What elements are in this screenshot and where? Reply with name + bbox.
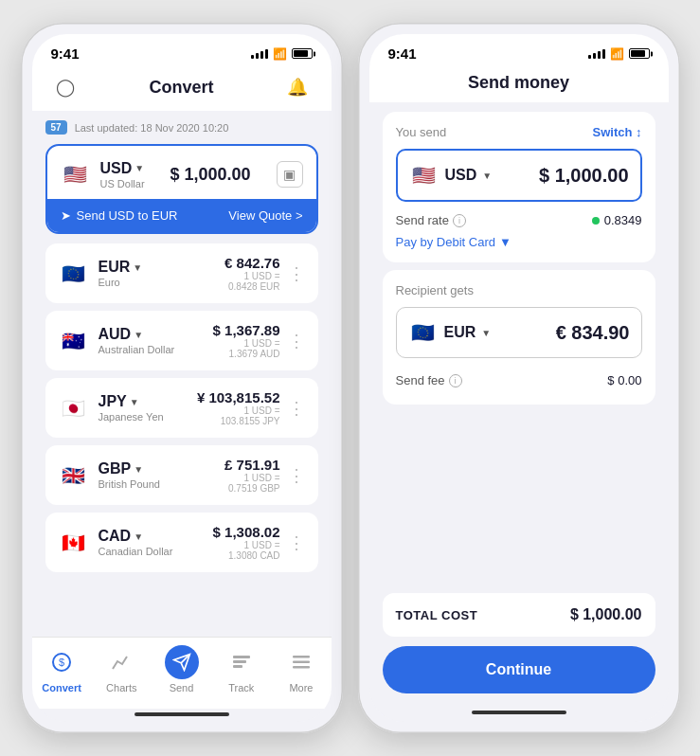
jpy-amount-col: ¥ 103,815.52 1 USD =103.8155 JPY — [197, 389, 280, 426]
update-badge: 57 — [45, 120, 67, 135]
list-item-aud[interactable]: 🇦🇺 AUD ▼ Australian Dollar $ 1,367.89 — [45, 311, 318, 370]
signal-icon-right — [588, 49, 605, 59]
cad-flag: 🇨🇦 — [59, 528, 89, 558]
send-rate-value: 0.8349 — [592, 213, 642, 227]
eur-code-recipient: EUR — [444, 324, 476, 341]
charts-icon-wrap — [104, 645, 138, 679]
last-updated-bar: 57 Last updated: 18 Nov 2020 10:20 — [45, 120, 318, 135]
svg-rect-6 — [293, 661, 310, 664]
page-title-left: Convert — [149, 78, 213, 98]
page-title-right: Send money — [468, 73, 569, 93]
gbp-more-icon[interactable]: ⋮ — [288, 467, 305, 484]
svg-rect-3 — [233, 660, 246, 663]
view-quote-button[interactable]: View Quote > — [228, 208, 302, 223]
status-icons-left: 📶 — [251, 47, 313, 61]
currency-left-usd: 🇺🇸 USD ▼ US Dollar — [61, 159, 145, 189]
eur-arrow[interactable]: ▼ — [133, 262, 142, 273]
you-send-input-row[interactable]: 🇺🇸 USD ▼ $ 1,000.00 — [396, 149, 642, 202]
recipient-input-row[interactable]: 🇪🇺 EUR ▼ € 834.90 — [396, 307, 642, 358]
convert-icon-wrap: $ — [45, 645, 79, 679]
green-dot-icon — [592, 217, 600, 225]
switch-button[interactable]: Switch ↕ — [592, 125, 641, 139]
more-icon — [291, 652, 312, 673]
eur-right: € 842.76 1 USD =0.8428 EUR ⋮ — [224, 255, 304, 292]
switch-label: Switch ↕ — [592, 125, 641, 139]
person-icon[interactable]: ◯ — [51, 73, 80, 101]
tab-track[interactable]: Track — [211, 645, 271, 693]
eur-flag: 🇪🇺 — [59, 259, 89, 289]
nav-header-right: Send money — [369, 65, 669, 102]
recipient-gets-label: Recipient gets — [396, 283, 642, 297]
tab-bar-left: $ Convert Charts — [32, 637, 332, 709]
list-item-cad[interactable]: 🇨🇦 CAD ▼ Canadian Dollar $ 1,308.02 — [45, 513, 318, 572]
bell-icon[interactable]: 🔔 — [283, 73, 312, 101]
send-amount[interactable]: $ 1,000.00 — [539, 165, 629, 187]
gbp-rate: 1 USD =0.7519 GBP — [224, 473, 279, 494]
pay-method-row: Pay by Debit Card ▼ — [396, 235, 642, 249]
tab-send[interactable]: Send — [152, 645, 211, 693]
aud-code: AUD — [99, 326, 132, 343]
tab-more[interactable]: More — [271, 645, 331, 693]
gbp-left: 🇬🇧 GBP ▼ British Pound — [59, 460, 160, 491]
cad-more-icon[interactable]: ⋮ — [288, 534, 305, 551]
update-text: Last updated: 18 Nov 2020 10:20 — [75, 122, 229, 134]
you-send-label: You send — [396, 125, 447, 139]
send-icon: ➤ — [61, 208, 71, 223]
usd-code-row: USD ▼ — [100, 160, 145, 177]
gbp-flag: 🇬🇧 — [59, 460, 89, 491]
status-icons-right: 📶 — [588, 47, 650, 61]
jpy-info: JPY ▼ Japanese Yen — [99, 393, 164, 423]
usd-code-send: USD — [445, 167, 477, 184]
eur-code: EUR — [99, 259, 131, 276]
cad-info: CAD ▼ Canadian Dollar — [99, 528, 173, 557]
svg-rect-7 — [293, 666, 310, 669]
gbp-arrow[interactable]: ▼ — [134, 464, 143, 475]
list-item-eur[interactable]: 🇪🇺 EUR ▼ Euro € 842.76 1 USD =0.8 — [45, 243, 318, 303]
continue-button[interactable]: Continue — [383, 646, 655, 693]
eur-more-icon[interactable]: ⋮ — [288, 265, 305, 282]
wifi-icon: 📶 — [273, 47, 287, 61]
usd-dropdown-arrow[interactable]: ▼ — [135, 163, 144, 173]
status-time-right: 9:41 — [388, 45, 417, 62]
status-time-left: 9:41 — [51, 45, 80, 62]
main-card-bottom: ➤ Send USD to EUR View Quote > — [47, 199, 316, 232]
jpy-name: Japanese Yen — [99, 411, 164, 423]
usd-selector[interactable]: 🇺🇸 USD ▼ — [409, 160, 493, 190]
jpy-arrow[interactable]: ▼ — [130, 397, 139, 407]
cad-name: Canadian Dollar — [99, 546, 173, 557]
send-usd-label[interactable]: ➤ Send USD to EUR — [61, 208, 178, 223]
eur-amount: € 842.76 — [224, 255, 279, 271]
usd-flag: 🇺🇸 — [61, 159, 91, 189]
aud-arrow[interactable]: ▼ — [134, 330, 143, 340]
list-item-gbp[interactable]: 🇬🇧 GBP ▼ British Pound £ 751.91 1 — [45, 445, 318, 505]
eur-selector[interactable]: 🇪🇺 EUR ▼ — [408, 317, 492, 348]
cad-left: 🇨🇦 CAD ▼ Canadian Dollar — [59, 528, 173, 558]
tab-charts[interactable]: Charts — [92, 645, 152, 693]
usd-amount: $ 1,000.00 — [171, 165, 251, 185]
fee-info-icon: i — [449, 374, 462, 387]
tab-convert[interactable]: $ Convert — [32, 645, 92, 693]
cad-right: $ 1,308.02 1 USD =1.3080 CAD ⋮ — [213, 524, 305, 561]
calculator-icon[interactable]: ▣ — [277, 161, 303, 188]
usd-dropdown-send[interactable]: ▼ — [482, 171, 492, 181]
eur-rate: 1 USD =0.8428 EUR — [224, 271, 279, 292]
status-bar-left: 9:41 📶 — [32, 34, 332, 65]
jpy-more-icon[interactable]: ⋮ — [288, 400, 305, 417]
main-card-top: 🇺🇸 USD ▼ US Dollar $ 1,000.00 ▣ — [47, 146, 316, 199]
cad-code: CAD — [99, 528, 132, 545]
tab-send-label: Send — [170, 682, 194, 693]
aud-rate: 1 USD =1.3679 AUD — [213, 338, 280, 359]
svg-rect-5 — [293, 656, 310, 658]
jpy-rate: 1 USD =103.8155 JPY — [197, 405, 280, 426]
send-rate-row: Send rate i 0.8349 — [396, 213, 642, 227]
pay-debit-card-button[interactable]: Pay by Debit Card ▼ — [396, 235, 512, 249]
battery-icon — [292, 48, 313, 59]
more-icon-wrap — [284, 645, 318, 679]
aud-more-icon[interactable]: ⋮ — [288, 333, 305, 350]
cad-arrow[interactable]: ▼ — [134, 531, 143, 542]
eur-dropdown-recipient[interactable]: ▼ — [481, 328, 491, 338]
left-phone: 9:41 📶 ◯ Convert — [21, 23, 343, 733]
cad-amount-col: $ 1,308.02 1 USD =1.3080 CAD — [213, 524, 280, 561]
list-item-jpy[interactable]: 🇯🇵 JPY ▼ Japanese Yen ¥ 103,815.52 — [45, 378, 318, 438]
cad-rate: 1 USD =1.3080 CAD — [213, 540, 280, 561]
